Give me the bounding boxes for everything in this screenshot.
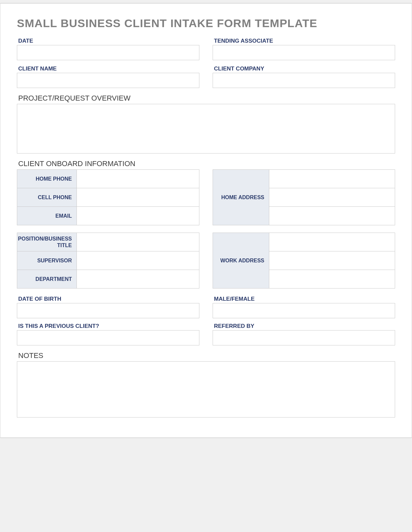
input-email[interactable] <box>77 207 199 225</box>
field-client-name: CLIENT NAME <box>17 66 199 88</box>
label-male-female: MALE/FEMALE <box>213 296 395 302</box>
input-project-overview[interactable] <box>17 104 395 154</box>
input-client-name[interactable] <box>17 73 199 88</box>
row-date-associate: DATE TENDING ASSOCIATE <box>17 38 395 60</box>
field-client-company: CLIENT COMPANY <box>213 66 395 88</box>
label-client-onboard: CLIENT ONBOARD INFORMATION <box>17 159 395 168</box>
label-dob: DATE OF BIRTH <box>17 296 199 302</box>
page-title: SMALL BUSINESS CLIENT INTAKE FORM TEMPLA… <box>17 17 395 30</box>
input-cell-phone[interactable] <box>77 188 199 207</box>
field-male-female: MALE/FEMALE <box>213 296 395 318</box>
row-client-name-company: CLIENT NAME CLIENT COMPANY <box>17 66 395 88</box>
label-referred-by: REFERRED BY <box>213 323 395 330</box>
input-referred-by[interactable] <box>213 330 395 345</box>
home-address-table: HOME ADDRESS <box>213 169 395 225</box>
input-position-title[interactable] <box>77 233 199 251</box>
input-previous-client[interactable] <box>17 330 199 345</box>
input-department[interactable] <box>77 270 199 288</box>
input-work-address-3[interactable] <box>269 270 395 288</box>
input-client-company[interactable] <box>213 73 395 88</box>
label-previous-client: IS THIS A PREVIOUS CLIENT? <box>17 323 199 330</box>
work-table: POSITION/BUSINESS TITLE SUPERVISOR DEPAR… <box>17 233 199 288</box>
label-work-address: WORK ADDRESS <box>213 233 269 288</box>
work-address-table: WORK ADDRESS <box>213 233 395 288</box>
label-supervisor: SUPERVISOR <box>17 251 77 270</box>
input-home-phone[interactable] <box>77 170 199 188</box>
input-dob[interactable] <box>17 303 199 318</box>
field-date: DATE <box>17 38 199 60</box>
label-notes: NOTES <box>17 351 395 360</box>
label-home-address: HOME ADDRESS <box>213 170 269 225</box>
input-supervisor[interactable] <box>77 251 199 270</box>
input-tending-associate[interactable] <box>213 45 395 60</box>
input-male-female[interactable] <box>213 303 395 318</box>
input-work-address-1[interactable] <box>269 233 395 251</box>
input-home-address-1[interactable] <box>269 170 395 188</box>
field-tending-associate: TENDING ASSOCIATE <box>213 38 395 60</box>
label-home-phone: HOME PHONE <box>17 170 77 188</box>
input-home-address-2[interactable] <box>269 188 395 207</box>
input-home-address-3[interactable] <box>269 207 395 225</box>
label-position-title: POSITION/BUSINESS TITLE <box>17 233 77 251</box>
label-cell-phone: CELL PHONE <box>17 188 77 207</box>
row-prev-referred: IS THIS A PREVIOUS CLIENT? REFERRED BY <box>17 323 395 345</box>
label-client-company: CLIENT COMPANY <box>213 66 395 72</box>
onboard-block-2: POSITION/BUSINESS TITLE SUPERVISOR DEPAR… <box>17 233 395 288</box>
onboard-block-1: HOME PHONE CELL PHONE EMAIL HOME ADDRESS <box>17 169 395 225</box>
field-referred-by: REFERRED BY <box>213 323 395 345</box>
input-work-address-2[interactable] <box>269 251 395 270</box>
input-notes[interactable] <box>17 361 395 418</box>
label-department: DEPARTMENT <box>17 270 77 288</box>
input-date[interactable] <box>17 45 199 60</box>
contact-table: HOME PHONE CELL PHONE EMAIL <box>17 169 199 225</box>
label-client-name: CLIENT NAME <box>17 66 199 72</box>
label-tending-associate: TENDING ASSOCIATE <box>213 38 395 44</box>
intake-form-page: SMALL BUSINESS CLIENT INTAKE FORM TEMPLA… <box>0 3 412 438</box>
label-date: DATE <box>17 38 199 44</box>
label-email: EMAIL <box>17 207 77 225</box>
label-project-overview: PROJECT/REQUEST OVERVIEW <box>17 94 395 103</box>
field-previous-client: IS THIS A PREVIOUS CLIENT? <box>17 323 199 345</box>
row-dob-gender: DATE OF BIRTH MALE/FEMALE <box>17 296 395 318</box>
field-dob: DATE OF BIRTH <box>17 296 199 318</box>
